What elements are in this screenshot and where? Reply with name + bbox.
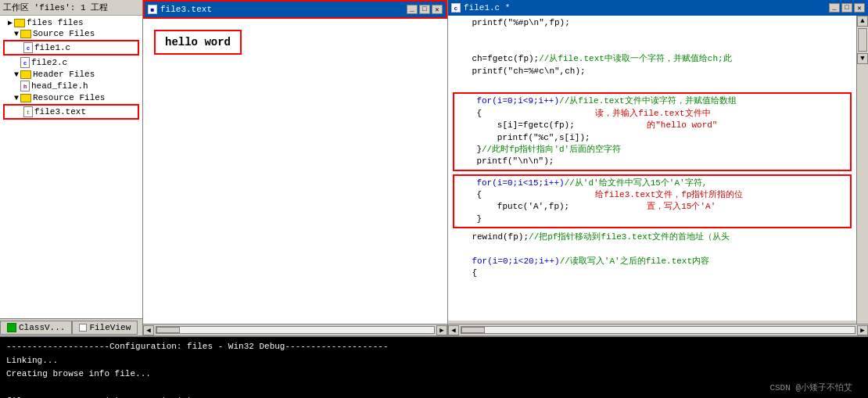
code-highlight-box-1: for(i=0;i<9;i++)//从file.text文件中读字符，并赋值给数…: [453, 92, 852, 170]
code-hl2-line4: }: [456, 213, 848, 225]
left-panel: 工作区 'files': 1 工程 ▶ files files ▼ Source…: [0, 0, 143, 335]
file3text-label: file3.text: [34, 107, 86, 117]
code-line-5: printf("ch=%#c\n",ch);: [451, 66, 853, 77]
file3text-item[interactable]: t file3.text: [3, 104, 139, 120]
resource-files-group[interactable]: ▼ Resource Files: [2, 92, 141, 103]
source-files-group[interactable]: ▼ Source Files: [2, 28, 141, 39]
scroll-left-btn[interactable]: ◀: [143, 325, 154, 335]
file2c-item[interactable]: c file2.c: [2, 56, 141, 69]
workspace-title: 工作区 'files': 1 工程: [3, 3, 108, 13]
output-line-4: [6, 382, 862, 396]
left-panel-tabs: ClassV... FileView: [0, 318, 142, 335]
code-hl1-line5: }//此时fp指针指向'd'后面的空字符: [456, 144, 848, 156]
source-files-folder-icon: [20, 30, 31, 38]
code-line-1: printf("%#p\n",fp);: [451, 17, 853, 29]
middle-editor-content[interactable]: hello word: [143, 19, 447, 324]
code-hl1-line3: s[i]=fgetc(fp); 的"hello word": [456, 120, 848, 131]
bottom-panel: --------------------Configuration: files…: [0, 335, 868, 398]
code-hl2-line1: for(i=0;i<15;i++)//从'd'给文件中写入15个'A'字符,: [456, 177, 848, 189]
classview-label: ClassV...: [19, 323, 65, 332]
right-window-buttons: _ □ ✕: [829, 3, 865, 13]
output-line-5: files.exe - 0 error(s), 0 warning(s): [6, 395, 862, 398]
middle-window-title: file3.text: [160, 5, 212, 14]
maximize-button[interactable]: □: [419, 5, 430, 14]
right-code-area[interactable]: printf("%#p\n",fp); ch=fgetc(fp);//从file…: [448, 16, 856, 324]
headfileh-label: head_file.h: [31, 81, 88, 91]
code-hl2-line2: { 给file3.text文件，fp指针所指的位: [456, 189, 848, 201]
output-line-3: Creating browse info file...: [6, 368, 862, 382]
middle-window-buttons: _ □ ✕: [407, 5, 443, 14]
middle-window-titlebar: ■ file3.text _ □ ✕: [145, 2, 446, 17]
file1c-label: file1.c: [34, 43, 70, 52]
code-line-3: [451, 41, 853, 53]
scroll-track-h: [156, 326, 435, 334]
right-window-title-area: c file1.c *: [451, 3, 510, 13]
hello-word-box: hello word: [154, 30, 242, 55]
files-label: files files: [27, 18, 84, 27]
code-editor: printf("%#p\n",fp); ch=fgetc(fp);//从file…: [448, 16, 856, 321]
right-close-button[interactable]: ✕: [854, 3, 865, 13]
right-window-title: file1.c *: [464, 3, 510, 13]
right-minimize-button[interactable]: _: [829, 3, 840, 13]
right-scrollbar-h[interactable]: ◀ ▶: [448, 324, 868, 335]
middle-panel: ■ file3.text _ □ ✕ hello word: [143, 0, 448, 335]
scroll-right-btn[interactable]: ▶: [436, 325, 447, 335]
close-button[interactable]: ✕: [432, 5, 443, 14]
code-line-for2: for(i=0;i<20;i++)//读取写入'A'之后的file.text内容: [451, 256, 853, 267]
scroll-up-btn[interactable]: ▲: [857, 16, 868, 27]
output-line-1: --------------------Configuration: files…: [6, 340, 862, 354]
fileview-label: FileView: [89, 323, 131, 332]
minimize-button[interactable]: _: [407, 5, 418, 14]
code-highlight-box-2: for(i=0;i<15;i++)//从'd'给文件中写入15个'A'字符, {…: [453, 174, 852, 229]
resource-files-folder-icon: [20, 94, 31, 102]
right-panel: c file1.c * _ □ ✕ printf("%#p\n",fp);: [448, 0, 868, 335]
code-line-blank: [451, 244, 853, 256]
right-scroll-thumb-h[interactable]: [461, 327, 485, 333]
right-scroll-right-btn[interactable]: ▶: [857, 325, 868, 335]
code-hl1-line4: printf("%c",s[i]);: [456, 132, 848, 144]
right-window-titlebar: c file1.c * _ □ ✕: [448, 0, 868, 16]
output-line-2: Linking...: [6, 354, 862, 368]
fileview-tab[interactable]: FileView: [72, 321, 138, 335]
fileview-icon: [79, 324, 87, 332]
middle-window-doc-icon: ■: [148, 5, 157, 14]
code-hl1-line1: for(i=0;i<9;i++)//从file.text文件中读字符，并赋值给数…: [456, 95, 848, 107]
scroll-thumb-h[interactable]: [156, 327, 180, 333]
code-line-4: ch=fgetc(fp);//从file.text中读取一个字符，并赋值给ch;…: [451, 53, 853, 65]
right-maximize-button[interactable]: □: [841, 3, 852, 13]
file2c-icon: c: [20, 57, 30, 68]
resource-files-label: Resource Files: [33, 93, 105, 102]
main-container: 工作区 'files': 1 工程 ▶ files files ▼ Source…: [0, 0, 868, 398]
scroll-down-btn[interactable]: ▼: [857, 53, 868, 64]
right-scroll-left-btn[interactable]: ◀: [448, 325, 459, 335]
code-hl1-line6: printf("\n\n");: [456, 156, 848, 167]
code-hl2-line3: fputc('A',fp); 置，写入15个'A': [456, 201, 848, 213]
files-root[interactable]: ▶ files files: [2, 17, 141, 28]
middle-window-title-area: ■ file3.text: [148, 5, 212, 14]
top-area: 工作区 'files': 1 工程 ▶ files files ▼ Source…: [0, 0, 868, 335]
headfileh-item[interactable]: h head_file.h: [2, 80, 141, 92]
file3text-icon: t: [23, 106, 33, 117]
files-folder-icon: [14, 19, 25, 27]
header-files-label: Header Files: [33, 70, 95, 79]
classview-tab[interactable]: ClassV...: [0, 321, 72, 335]
code-line-rewind: rewind(fp);//把pf指针移动到file3.text文件的首地址（从头: [451, 231, 853, 243]
header-files-group[interactable]: ▼ Header Files: [2, 69, 141, 80]
workspace-header: 工作区 'files': 1 工程: [0, 0, 142, 16]
code-hl1-line2: { 读，并输入file.text文件中: [456, 108, 848, 120]
bottom-output: --------------------Configuration: files…: [6, 340, 862, 398]
middle-scrollbar-h[interactable]: ◀ ▶: [143, 324, 447, 335]
right-scroll-track-h: [461, 326, 855, 334]
code-line-brace: {: [451, 267, 853, 279]
watermark: CSDN @小矮子不怕艾: [769, 382, 852, 393]
source-files-label: Source Files: [33, 29, 95, 38]
right-editor-area: printf("%#p\n",fp); ch=fgetc(fp);//从file…: [448, 16, 868, 324]
file1c-item[interactable]: c file1.c: [3, 40, 139, 56]
code-line-6: [451, 77, 853, 89]
scroll-thumb-v[interactable]: [858, 28, 867, 52]
scroll-track-v: [857, 28, 868, 52]
file2c-label: file2.c: [31, 58, 67, 67]
classview-icon: [7, 323, 16, 332]
right-window-doc-icon: c: [451, 3, 461, 13]
right-scrollbar-v[interactable]: ▲ ▼: [856, 16, 868, 324]
